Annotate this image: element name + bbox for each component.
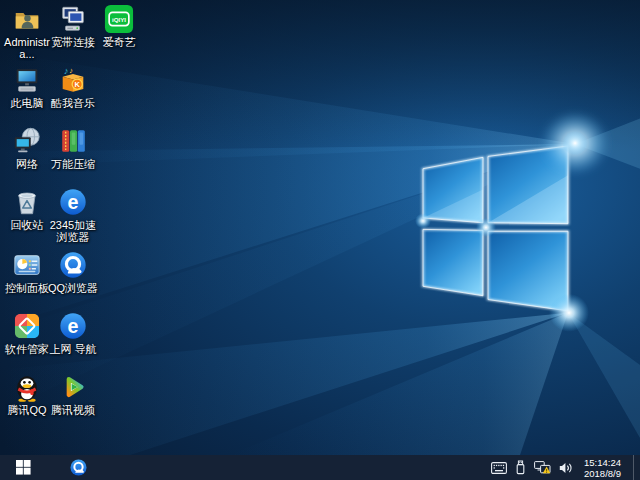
desktop-icon-label: 爱奇艺 (103, 36, 136, 48)
desktop-icon-qq-browser[interactable]: QQ浏览器 (46, 250, 100, 294)
qq-browser-icon (58, 250, 88, 280)
taskbar-clock[interactable]: 15:14:24 2018/8/9 (584, 457, 621, 479)
desktop-icon-web-navigation[interactable]: 上网 导航 (46, 311, 100, 355)
desktop-icon-kuwo-music[interactable]: ♪ ♪ K 酷我音乐 (46, 65, 100, 109)
desktop[interactable]: Administra... 宽带连接 iQIYI 爱奇艺 (0, 0, 640, 455)
compression-tool-icon (58, 126, 88, 156)
web-navigation-icon (58, 311, 88, 341)
qq-browser-icon (69, 458, 88, 477)
kuwo-music-icon: ♪ ♪ K (58, 65, 88, 95)
desktop-icon-label: 宽带连接 (51, 36, 95, 48)
start-button[interactable] (0, 455, 46, 480)
desktop-icon-label: 上网 导航 (49, 343, 96, 355)
desktop-icon-label: 控制面板 (5, 282, 49, 294)
desktop-icon-label: 此电脑 (11, 97, 44, 109)
broadband-connection-icon (58, 4, 88, 34)
svg-text:♪: ♪ (64, 66, 69, 76)
desktop-icon-label: 回收站 (11, 219, 44, 231)
network-status-warning-icon[interactable] (534, 455, 551, 480)
software-manager-icon (12, 311, 42, 341)
desktop-icon-label: 酷我音乐 (51, 97, 95, 109)
svg-text:♪: ♪ (69, 66, 73, 75)
desktop-icon-label: QQ浏览器 (48, 282, 98, 294)
recycle-bin-icon (12, 187, 42, 217)
user-folder-icon (12, 4, 42, 34)
usb-device-icon[interactable] (515, 455, 526, 480)
desktop-icon-label: 腾讯视频 (51, 404, 95, 416)
tencent-video-icon (58, 372, 88, 402)
desktop-icon-label: 腾讯QQ (7, 404, 46, 416)
volume-icon[interactable] (559, 455, 573, 480)
desktop-icon-tencent-video[interactable]: 腾讯视频 (46, 372, 100, 416)
touch-keyboard-icon[interactable] (491, 455, 507, 480)
kuwo-k-glyph: K (75, 80, 81, 89)
desktop-icon-compression-tool[interactable]: 万能压缩 (46, 126, 100, 170)
desktop-icon-label: 万能压缩 (51, 158, 95, 170)
network-icon (12, 126, 42, 156)
desktop-icon-label: 2345加速浏览器 (46, 219, 100, 243)
system-tray: 15:14:24 2018/8/9 (491, 455, 640, 480)
this-pc-icon (12, 65, 42, 95)
show-desktop-button[interactable] (633, 455, 639, 480)
desktop-icon-2345-browser[interactable]: 2345加速浏览器 (46, 187, 100, 243)
desktop-icon-iqiyi[interactable]: iQIYI 爱奇艺 (92, 4, 146, 48)
iqiyi-glyph: iQIYI (112, 16, 126, 23)
desktop-icon-label: 网络 (16, 158, 38, 170)
taskbar-qq-browser-button[interactable] (58, 455, 98, 480)
2345-browser-icon (58, 187, 88, 217)
clock-date: 2018/8/9 (584, 468, 621, 479)
clock-time: 15:14:24 (584, 457, 621, 468)
control-panel-icon (12, 250, 42, 280)
tencent-qq-icon (12, 372, 42, 402)
windows-logo-icon (16, 460, 31, 475)
iqiyi-icon: iQIYI (104, 4, 134, 34)
taskbar: 15:14:24 2018/8/9 (0, 455, 640, 480)
desktop-icon-label: 软件管家 (5, 343, 49, 355)
